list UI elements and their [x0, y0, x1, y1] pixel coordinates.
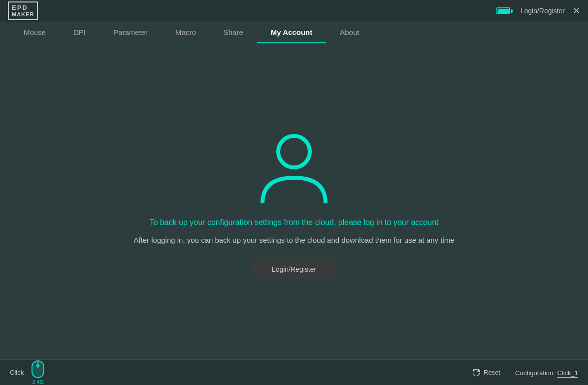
- svg-point-0: [278, 136, 310, 167]
- frequency-label: 2.4G: [32, 379, 44, 385]
- configuration-section: Configuration: Click_1: [515, 368, 578, 377]
- nav-item-my-account[interactable]: My Account: [257, 22, 326, 43]
- svg-point-3: [36, 364, 39, 367]
- config-value: Click_1: [557, 369, 578, 378]
- title-bar-right: Login/Register ✕: [496, 6, 580, 15]
- nav-item-share[interactable]: Share: [210, 22, 257, 43]
- reset-button[interactable]: Reset: [473, 369, 500, 377]
- click-label: Click: [10, 369, 24, 376]
- title-bar-login-label: Login/Register: [521, 7, 565, 15]
- secondary-message: After logging in, you can back up your s…: [133, 235, 454, 246]
- login-register-button[interactable]: Login/Register: [252, 260, 336, 278]
- battery-icon: [496, 7, 513, 14]
- nav-item-dpi[interactable]: DPI: [60, 22, 99, 43]
- config-label: Configuration:: [515, 369, 555, 377]
- close-button[interactable]: ✕: [573, 6, 580, 15]
- main-content: To back up your configuration settings f…: [0, 43, 588, 359]
- app-logo: EPD MAKER: [8, 1, 38, 21]
- title-bar-left: EPD MAKER: [8, 1, 38, 21]
- mouse-icon-container: 2.4G: [32, 360, 44, 385]
- primary-message: To back up your configuration settings f…: [149, 218, 438, 227]
- nav-bar: Mouse DPI Parameter Macro Share My Accou…: [0, 22, 588, 43]
- nav-item-parameter[interactable]: Parameter: [99, 22, 162, 43]
- reset-icon: [473, 369, 481, 377]
- nav-item-mouse[interactable]: Mouse: [10, 22, 60, 43]
- status-bar: Click 2.4G Reset Configuration: Click_1: [0, 359, 588, 385]
- user-avatar-icon: [255, 125, 333, 203]
- title-bar: EPD MAKER Login/Register ✕: [0, 0, 588, 22]
- mouse-icon: [32, 360, 44, 378]
- nav-item-macro[interactable]: Macro: [162, 22, 210, 43]
- nav-item-about[interactable]: About: [326, 22, 373, 43]
- status-right: Reset Configuration: Click_1: [473, 368, 578, 377]
